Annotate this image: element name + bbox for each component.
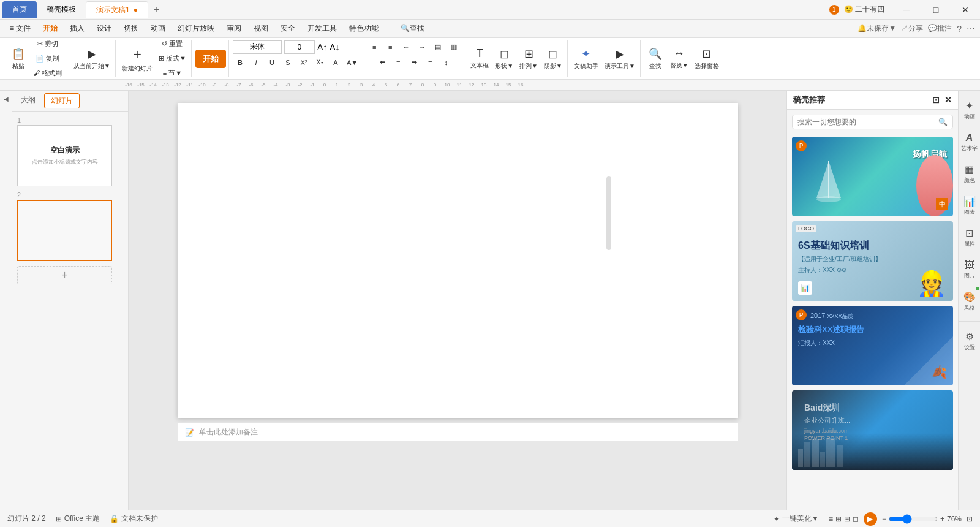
section-button[interactable]: ≡ 节▼ — [156, 67, 189, 80]
tab-template[interactable]: 稿壳模板 — [37, 1, 86, 18]
right-panel-close[interactable]: ✕ — [944, 95, 952, 105]
zoom-slider[interactable] — [889, 514, 938, 524]
view-btn-1[interactable]: ≡ — [829, 515, 833, 523]
gallery-icon-btn[interactable]: ▦ 颜色 — [960, 159, 979, 189]
slides-tab[interactable]: 幻灯片 — [44, 93, 80, 108]
add-slide-button[interactable]: + — [17, 266, 112, 284]
arrange-button[interactable]: ⊞ 排列▼ — [517, 43, 540, 75]
paste-button[interactable]: 📋 粘贴 — [7, 43, 29, 75]
format-painter-button[interactable]: 🖌 格式刷 — [31, 67, 64, 80]
view-btn-4[interactable]: ◻ — [853, 515, 859, 523]
italic-button[interactable]: I — [249, 56, 263, 69]
image-icon-btn[interactable]: 🖼 图片 — [960, 255, 979, 284]
select-pane-button[interactable]: ⊡ 选择窗格 — [692, 43, 722, 75]
replace-button[interactable]: ↔ 替换▼ — [668, 43, 691, 75]
strikethrough-button[interactable]: S — [281, 56, 295, 69]
menu-special[interactable]: 特色功能 — [344, 21, 383, 36]
play-from-button[interactable]: ▶ 从当前开始▼ — [71, 43, 113, 75]
settings-icon-btn[interactable]: ⚙ 设置 — [960, 327, 979, 356]
maximize-button[interactable]: □ — [924, 1, 948, 18]
zoom-in-button[interactable]: + — [940, 515, 944, 523]
bullets-button[interactable]: ≡ — [367, 40, 382, 54]
shapes-button[interactable]: ◻ 形状▼ — [492, 43, 516, 75]
font-increase-button[interactable]: A↑ — [317, 42, 327, 52]
slide-item-1[interactable]: 1 空白演示 点击添加小标题或文字内容 — [17, 116, 123, 186]
more-icon[interactable]: ⋯ — [967, 24, 975, 34]
template-card-4[interactable]: Baid深圳 企业公司升班... jingyan.baidu.com POWER… — [792, 390, 953, 470]
menu-animation[interactable]: 动画 — [146, 21, 170, 36]
copy-button[interactable]: 📄 复制 — [31, 52, 64, 66]
textbox-button[interactable]: T 文本框 — [468, 43, 491, 75]
minimize-button[interactable]: ─ — [894, 1, 919, 18]
menu-dev[interactable]: 开发工具 — [303, 21, 342, 36]
beautify-button[interactable]: ✦ 一键美化▼ — [774, 514, 819, 524]
play-status-button[interactable]: ▶ — [864, 512, 877, 526]
menu-find[interactable]: 🔍查找 — [396, 21, 429, 36]
underline-button[interactable]: U — [265, 56, 279, 69]
add-tab-button[interactable]: + — [148, 1, 165, 18]
font-size-input[interactable] — [284, 40, 315, 54]
slide-item-2[interactable]: 2 — [17, 191, 123, 261]
view-btn-2[interactable]: ⊞ — [835, 515, 842, 523]
indent-more-button[interactable]: → — [415, 40, 429, 54]
tab-document[interactable]: 演示文稿1 ● — [86, 1, 148, 18]
line-height-button[interactable]: ↕ — [439, 56, 453, 69]
menu-review[interactable]: 审阅 — [222, 21, 246, 36]
col-space-button[interactable]: ▤ — [431, 40, 445, 54]
cut-button[interactable]: ✂ 剪切 — [31, 38, 64, 51]
view-btn-3[interactable]: ⊟ — [844, 515, 850, 523]
art-word-icon-btn[interactable]: A 艺术字 — [960, 127, 979, 157]
attribute-icon-btn[interactable]: ⊡ 属性 — [960, 223, 979, 252]
canvas-area[interactable]: 📝 单击此处添加备注 — [129, 91, 786, 510]
new-slide-button[interactable]: ＋ 新建幻灯片 — [119, 43, 155, 75]
fit-button[interactable]: ⊡ — [967, 515, 973, 523]
indent-less-button[interactable]: ← — [399, 40, 413, 54]
close-button[interactable]: ✕ — [953, 1, 978, 18]
animation-icon-btn[interactable]: ✦ 动画 — [960, 96, 979, 125]
numbered-button[interactable]: ≡ — [383, 40, 398, 54]
vertical-scrollbar[interactable] — [606, 176, 611, 250]
subscript-button[interactable]: X₂ — [312, 56, 327, 69]
tab-home[interactable]: 首页 — [2, 1, 37, 18]
left-panel-toggle[interactable]: ◀ — [0, 91, 12, 510]
share-label[interactable]: ↗分享 — [901, 23, 923, 34]
align-right-button[interactable]: ➡ — [407, 56, 421, 69]
shadow-button[interactable]: ◻ 阴影▼ — [541, 43, 565, 75]
superscript-button[interactable]: X² — [296, 56, 311, 69]
menu-view[interactable]: 视图 — [249, 21, 273, 36]
template-card-1[interactable]: P 扬帆启航 乘风破 — [792, 137, 953, 216]
zoom-out-button[interactable]: − — [882, 515, 886, 523]
search-input[interactable] — [797, 118, 938, 126]
reset-button[interactable]: ↺ 重置 — [156, 38, 189, 51]
comment-label[interactable]: 💬批注 — [928, 23, 952, 34]
present-tool-button[interactable]: ▶ 演示工具▼ — [602, 43, 638, 75]
align-center-button[interactable]: ≡ — [391, 56, 405, 69]
font-color-button[interactable]: A — [328, 56, 343, 69]
bold-button[interactable]: B — [233, 56, 247, 69]
template-card-2[interactable]: LOGO 6S基础知识培训 【适用于企业/工厂/班组培训】 主持人：XXX ⊙⊙… — [792, 221, 953, 301]
menu-home[interactable]: 开始 — [38, 21, 62, 36]
notes-area[interactable]: 📝 单击此处添加备注 — [178, 423, 738, 441]
justify-button[interactable]: ≡ — [423, 56, 437, 69]
template-card-3[interactable]: P 2017 XXXX品质 检验科XX述职报告 汇报人：XXX 🍂 — [792, 306, 953, 385]
menu-design[interactable]: 设计 — [92, 21, 116, 36]
style-icon-btn[interactable]: 🎨 风格 — [960, 287, 979, 316]
menu-slideshow[interactable]: 幻灯片放映 — [173, 21, 219, 36]
ai-assist-button[interactable]: ✦ 文稿助手 — [571, 43, 601, 75]
font-name-input[interactable] — [233, 40, 282, 54]
chart-icon-btn[interactable]: 📊 图表 — [960, 191, 979, 221]
help-icon[interactable]: ? — [957, 24, 962, 34]
menu-file[interactable]: ≡ 文件 — [5, 21, 36, 36]
right-panel-expand[interactable]: ⊡ — [932, 95, 940, 105]
menu-transition[interactable]: 切换 — [119, 21, 143, 36]
outline-tab[interactable]: 大纲 — [15, 93, 42, 108]
find-button[interactable]: 🔍 查找 — [644, 43, 666, 75]
highlight-button[interactable]: A▼ — [344, 56, 360, 69]
slide-canvas[interactable] — [178, 103, 738, 418]
font-decrease-button[interactable]: A↓ — [330, 42, 339, 52]
layout-button[interactable]: ⊞ 版式▼ — [156, 52, 189, 66]
menu-security[interactable]: 安全 — [276, 21, 300, 36]
align-left-button[interactable]: ⬅ — [375, 56, 390, 69]
menu-insert[interactable]: 插入 — [65, 21, 89, 36]
start-button[interactable]: 开始 — [195, 50, 226, 68]
